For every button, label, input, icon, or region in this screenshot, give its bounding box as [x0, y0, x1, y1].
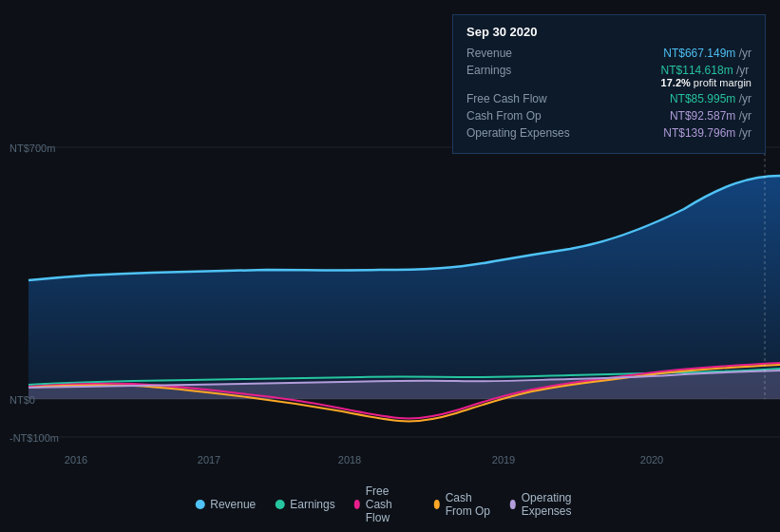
legend-fcf-label: Free Cash Flow: [366, 484, 415, 524]
tooltip-opex-row: Operating Expenses NT$139.796m /yr: [466, 126, 751, 140]
tooltip-cashfromop-row: Cash From Op NT$92.587m /yr: [466, 109, 751, 123]
legend-opex: Operating Expenses: [510, 491, 585, 518]
data-tooltip: Sep 30 2020 Revenue NT$667.149m /yr Earn…: [452, 14, 766, 154]
tooltip-opex-label: Operating Expenses: [466, 126, 570, 140]
tooltip-earnings-label: Earnings: [466, 64, 511, 77]
tooltip-revenue-value: NT$667.149m /yr: [663, 47, 751, 60]
legend-revenue-label: Revenue: [210, 498, 256, 511]
tooltip-earnings-value-block: NT$114.618m /yr 17.2% profit margin: [661, 64, 751, 88]
tooltip-revenue-label: Revenue: [466, 47, 512, 60]
tooltip-fcf-label: Free Cash Flow: [466, 92, 547, 105]
legend-cashfromop-label: Cash From Op: [446, 491, 491, 518]
legend-revenue-dot: [195, 500, 204, 509]
legend-fcf: Free Cash Flow: [354, 484, 415, 524]
y-label-top: NT$700m: [10, 142, 55, 154]
tooltip-earnings-row: Earnings NT$114.618m /yr 17.2% profit ma…: [466, 64, 751, 88]
tooltip-fcf-row: Free Cash Flow NT$85.995m /yr: [466, 92, 751, 105]
x-label-2016: 2016: [65, 454, 87, 466]
legend-fcf-dot: [354, 500, 360, 509]
tooltip-cashfromop-label: Cash From Op: [466, 109, 542, 123]
legend-earnings-label: Earnings: [290, 498, 334, 511]
tooltip-earnings-value: NT$114.618m /yr: [661, 64, 751, 77]
legend-earnings: Earnings: [275, 498, 334, 511]
tooltip-title: Sep 30 2020: [466, 25, 751, 39]
x-label-2017: 2017: [198, 454, 220, 466]
tooltip-revenue-row: Revenue NT$667.149m /yr: [466, 47, 751, 60]
chart-legend: Revenue Earnings Free Cash Flow Cash Fro…: [195, 484, 585, 524]
y-label-mid: NT$0: [10, 394, 35, 406]
legend-opex-dot: [510, 500, 516, 509]
tooltip-profit-margin: 17.2% profit margin: [661, 77, 751, 88]
legend-revenue: Revenue: [195, 498, 256, 511]
x-label-2018: 2018: [338, 454, 361, 466]
legend-cashfromop: Cash From Op: [434, 491, 491, 518]
tooltip-opex-value: NT$139.796m /yr: [663, 126, 751, 140]
tooltip-fcf-value: NT$85.995m /yr: [670, 92, 751, 105]
x-label-2020: 2020: [640, 454, 663, 466]
legend-opex-label: Operating Expenses: [522, 491, 585, 518]
legend-cashfromop-dot: [434, 500, 440, 509]
legend-earnings-dot: [275, 500, 284, 509]
tooltip-cashfromop-value: NT$92.587m /yr: [670, 109, 751, 123]
y-label-bottom: -NT$100m: [10, 432, 59, 444]
x-label-2019: 2019: [492, 454, 515, 466]
